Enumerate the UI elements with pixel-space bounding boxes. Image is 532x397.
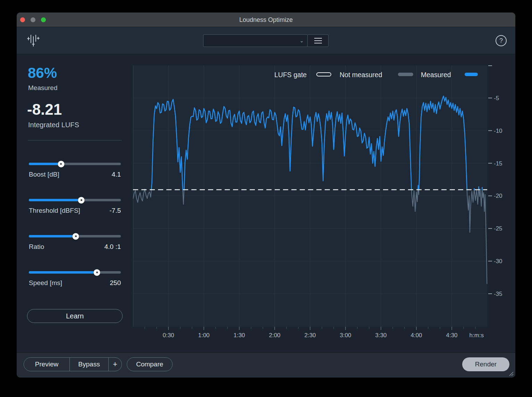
- legend: LUFS gateNot measuredMeasured: [274, 71, 478, 79]
- hamburger-icon: [314, 38, 322, 39]
- bypass-button[interactable]: Bypass: [69, 358, 108, 371]
- svg-text:2:30: 2:30: [304, 332, 316, 339]
- x-axis-unit: h:m:s: [469, 332, 484, 339]
- speed-label: Speed [ms]: [29, 279, 62, 287]
- render-button[interactable]: Render: [462, 357, 509, 371]
- svg-text:0:30: 0:30: [163, 332, 174, 339]
- hamburger-icon: [314, 40, 322, 41]
- measured-percentage: 86%: [28, 65, 57, 81]
- svg-text:3:00: 3:00: [340, 332, 351, 339]
- ratio-value[interactable]: 4.0 :1: [104, 243, 121, 251]
- y-axis-labels: -5-10-15-20-25-30-35: [488, 66, 502, 297]
- add-button[interactable]: +: [108, 358, 122, 371]
- svg-text:4:00: 4:00: [410, 332, 422, 339]
- threshold-slider-track[interactable]: [29, 199, 121, 201]
- plugin-window: Loudness Optimize ⌄ ? 86% Measu: [17, 13, 515, 378]
- ratio-slider-thumb[interactable]: [73, 233, 79, 240]
- preview-button[interactable]: Preview: [24, 358, 69, 371]
- boost-slider-track[interactable]: [29, 163, 121, 165]
- ratio-label: Ratio: [29, 243, 44, 251]
- legend-label: Measured: [421, 71, 451, 79]
- svg-text:-15: -15: [494, 160, 502, 167]
- legend-swatch-gray: [398, 73, 413, 76]
- slider-fill: [29, 235, 76, 237]
- footer-bar: Preview Bypass + Compare Render: [17, 353, 515, 378]
- svg-text:-5: -5: [494, 95, 499, 102]
- svg-text:2:00: 2:00: [269, 332, 280, 339]
- slider-fill: [29, 271, 97, 274]
- slider-fill: [29, 163, 61, 165]
- threshold-slider: Threshold [dBFS] -7.5: [29, 199, 121, 218]
- threshold-slider-thumb[interactable]: [78, 197, 85, 203]
- svg-text:4:30: 4:30: [446, 332, 457, 339]
- threshold-value[interactable]: -7.5: [109, 207, 121, 214]
- boost-slider: Boost [dB] 4.1: [29, 163, 121, 182]
- title-bar[interactable]: Loudness Optimize: [17, 13, 515, 27]
- legend-swatch-blue: [465, 73, 478, 76]
- compare-button[interactable]: Compare: [127, 357, 173, 371]
- svg-text:3:30: 3:30: [375, 332, 386, 339]
- svg-text:-35: -35: [494, 291, 502, 297]
- slider-fill: [29, 199, 81, 201]
- speed-value[interactable]: 250: [110, 279, 121, 287]
- integrated-lufs-value: -8.21: [27, 101, 62, 118]
- measured-label: Measured: [28, 84, 58, 92]
- threshold-label: Threshold [dBFS]: [29, 207, 80, 214]
- boost-value[interactable]: 4.1: [112, 171, 121, 178]
- chevron-down-icon: ⌄: [299, 38, 304, 44]
- boost-slider-thumb[interactable]: [58, 161, 64, 167]
- preset-dropdown[interactable]: ⌄: [203, 34, 308, 47]
- speed-slider-thumb[interactable]: [94, 269, 100, 276]
- header-bar: ⌄ ?: [17, 27, 515, 54]
- loudness-graph: -5-10-15-20-25-30-350:301:001:302:002:30…: [133, 65, 507, 343]
- zoom-button[interactable]: [41, 17, 46, 22]
- svg-text:-30: -30: [494, 258, 502, 265]
- boost-label: Boost [dB]: [29, 171, 59, 178]
- learn-button[interactable]: Learn: [27, 309, 123, 323]
- loudness-chart: -5-10-15-20-25-30-350:301:001:302:002:30…: [133, 65, 507, 343]
- resize-grip[interactable]: [508, 371, 514, 376]
- svg-text:1:00: 1:00: [198, 332, 209, 339]
- window-title: Loudness Optimize: [17, 13, 515, 27]
- integrated-lufs-label: Integrated LUFS: [28, 121, 79, 129]
- legend-label: Not measured: [340, 71, 382, 79]
- svg-text:-10: -10: [494, 128, 502, 134]
- speed-slider-track[interactable]: [29, 271, 121, 274]
- close-button[interactable]: [20, 17, 25, 22]
- svg-text:1:30: 1:30: [233, 332, 245, 339]
- legend-label: LUFS gate: [274, 71, 307, 79]
- hamburger-icon: [314, 43, 322, 43]
- ratio-slider-track[interactable]: [29, 235, 121, 237]
- svg-text:-20: -20: [494, 193, 502, 199]
- transport-button-group: Preview Bypass +: [24, 357, 122, 371]
- x-axis-labels: 0:301:001:302:002:303:003:304:004:30h:m:…: [145, 327, 484, 339]
- help-button[interactable]: ?: [496, 35, 507, 46]
- minimize-button[interactable]: [31, 17, 35, 22]
- ratio-slider: Ratio 4.0 :1: [29, 235, 121, 254]
- sidebar-divider: [28, 140, 122, 140]
- preset-menu-button[interactable]: [307, 34, 329, 47]
- svg-text:-25: -25: [494, 225, 502, 232]
- speed-slider: Speed [ms] 250: [29, 271, 121, 291]
- app-logo-icon: [26, 32, 42, 48]
